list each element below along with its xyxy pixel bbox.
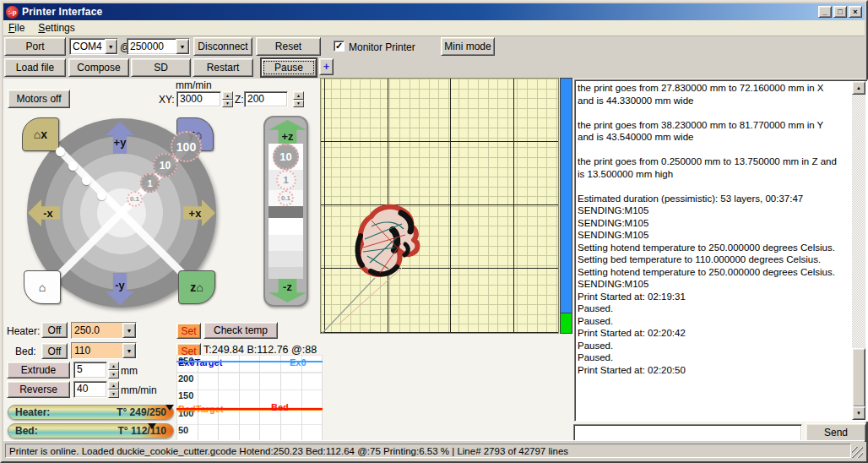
bed-off-button[interactable]: Off: [41, 343, 68, 359]
jog-pad: +y -y -x +x ⌂x y⌂ ⌂ z⌂ 100 10 1 0.1: [24, 117, 219, 308]
log-line: Paused.: [578, 315, 841, 328]
jog-minus-z-button[interactable]: -z: [269, 279, 307, 302]
home-all-button[interactable]: ⌂: [24, 270, 61, 304]
compose-button[interactable]: Compose: [68, 58, 129, 77]
temp-readout: T:249.84 B:112.76 @:88: [203, 344, 317, 356]
heater-gauge-label: Heater:: [15, 406, 50, 418]
z-jog-column: +z 10 1 0.1 -z: [263, 116, 308, 307]
log-line: Print Started at: 02:20:50: [578, 364, 841, 377]
z-slider-band[interactable]: [269, 218, 303, 235]
z-increment-0-1-segment[interactable]: 0.1: [269, 190, 303, 206]
xy-spin-down-icon: ▼: [222, 100, 233, 108]
command-input[interactable]: [573, 424, 802, 442]
motors-off-button[interactable]: Motors off: [8, 90, 70, 108]
jog-plus-z-button[interactable]: +z: [269, 120, 307, 144]
reverse-speed-input[interactable]: 40: [73, 381, 107, 398]
baud-combo-arrow-icon[interactable]: ▼: [176, 39, 189, 54]
extrude-unit-label: mm: [121, 365, 138, 377]
feedrate-unit-label: mm/min: [176, 79, 212, 91]
xy-feed-label: XY:: [159, 94, 175, 106]
log-line: Paused.: [578, 302, 841, 315]
log-line: [578, 180, 841, 193]
pause-button[interactable]: Pause: [261, 58, 317, 77]
reverse-speed-spinner[interactable]: ▲▼: [108, 381, 119, 398]
jog-increment-10-badge: 10: [153, 153, 177, 177]
close-button[interactable]: ×: [849, 6, 862, 18]
graph-series-label: Ex0: [290, 357, 307, 368]
extrude-amount-spinner[interactable]: ▲▼: [108, 362, 119, 379]
log-line: SENDING:M105: [578, 217, 841, 230]
z-slider-band[interactable]: [269, 235, 303, 252]
reverse-unit-label: mm/min: [121, 384, 157, 396]
heater-off-button[interactable]: Off: [41, 322, 68, 338]
restart-button[interactable]: Restart: [193, 58, 253, 77]
heater-gauge-pointer-icon: [165, 405, 174, 411]
port-combo[interactable]: COM4 ▼: [69, 38, 118, 55]
log-scrollbar[interactable]: ▲ ▼: [852, 81, 865, 420]
disconnect-button[interactable]: Disconnect: [193, 37, 252, 56]
log-output[interactable]: the print goes from 27.830000 mm to 72.1…: [574, 79, 868, 422]
resize-grip[interactable]: [852, 447, 863, 458]
extrude-spin-up-icon: ▲: [108, 362, 119, 370]
z-feed-spinner[interactable]: ▲▼: [293, 91, 304, 107]
z-slider-band[interactable]: [269, 267, 303, 279]
home-icon: ⌂: [39, 281, 46, 294]
log-line: Paused.: [578, 340, 841, 352]
set-heater-button[interactable]: Set: [176, 323, 201, 339]
z-slider-band[interactable]: [269, 206, 303, 218]
mini-mode-button[interactable]: Mini mode: [441, 37, 495, 56]
extrude-button[interactable]: Extrude: [7, 362, 70, 379]
log-line: the print goes from 0.250000 mm to 13.75…: [578, 155, 841, 180]
title-bar: :-p Printer Interface _ □ ×: [3, 3, 865, 20]
z-increment-1-segment[interactable]: 1: [269, 170, 303, 190]
extrude-amount-input[interactable]: 5: [73, 362, 107, 379]
scrollbar-thumb[interactable]: [852, 348, 865, 407]
log-line: [578, 144, 841, 156]
jog-dot: [97, 191, 106, 200]
menu-file[interactable]: File: [8, 22, 24, 34]
z-slider-band[interactable]: [269, 251, 303, 267]
bed-temp-arrow-icon[interactable]: ▼: [122, 343, 136, 358]
z-feed-input[interactable]: 200: [244, 91, 288, 107]
monitor-printer-checkbox[interactable]: ✓: [334, 41, 344, 52]
reset-button[interactable]: Reset: [256, 37, 321, 56]
bed-temp-value: 110: [72, 343, 122, 358]
heater-temp-arrow-icon[interactable]: ▼: [122, 323, 136, 338]
scroll-down-icon[interactable]: ▼: [852, 406, 865, 420]
gcode-viewer[interactable]: [320, 78, 559, 334]
bed-temp-combo[interactable]: 110 ▼: [71, 342, 137, 359]
minimize-button[interactable]: _: [818, 6, 832, 18]
home-x-button[interactable]: ⌂x: [22, 117, 59, 151]
log-line: SENDING:M105: [578, 204, 841, 217]
bed-gauge-value: T° 112/110: [117, 425, 166, 437]
jog-dot: [82, 176, 91, 185]
menu-settings[interactable]: Settings: [38, 22, 74, 34]
heater-temp-value: 250.0: [72, 323, 122, 338]
port-combo-arrow-icon[interactable]: ▼: [105, 39, 117, 54]
layer-progress-done: [561, 313, 572, 333]
reverse-button[interactable]: Reverse: [7, 381, 70, 398]
send-button[interactable]: Send: [806, 423, 866, 442]
bed-gauge-label: Bed:: [15, 425, 38, 437]
graph-series-label: Bed: [271, 402, 289, 412]
check-temp-button[interactable]: Check temp: [203, 322, 278, 339]
heater-temp-combo[interactable]: 250.0 ▼: [71, 322, 137, 339]
printer-interface-window: :-p Printer Interface _ □ × File Setting…: [0, 0, 868, 463]
load-file-button[interactable]: Load file: [4, 58, 66, 77]
log-lines: the print goes from 27.830000 mm to 72.1…: [578, 82, 865, 376]
scroll-up-icon[interactable]: ▲: [852, 81, 865, 95]
z-increment-10-segment[interactable]: 10: [269, 144, 303, 170]
xy-spin-up-icon: ▲: [222, 91, 233, 100]
xy-feed-spinner[interactable]: ▲▼: [222, 91, 233, 107]
xy-feed-input[interactable]: 3000: [176, 91, 221, 107]
port-button[interactable]: Port: [4, 37, 66, 56]
maximize-button[interactable]: □: [833, 6, 847, 18]
add-tab-button[interactable]: +: [319, 58, 334, 75]
z-spin-down-icon: ▼: [293, 100, 304, 108]
log-line: Paused.: [578, 351, 841, 364]
baud-combo[interactable]: 250000 ▼: [127, 38, 190, 55]
jog-increment-0-1-badge: 0.1: [127, 191, 143, 207]
sd-button[interactable]: SD: [131, 58, 191, 77]
log-line: Setting hotend temperature to 250.000000…: [578, 266, 841, 279]
home-z-button[interactable]: z⌂: [178, 270, 215, 304]
